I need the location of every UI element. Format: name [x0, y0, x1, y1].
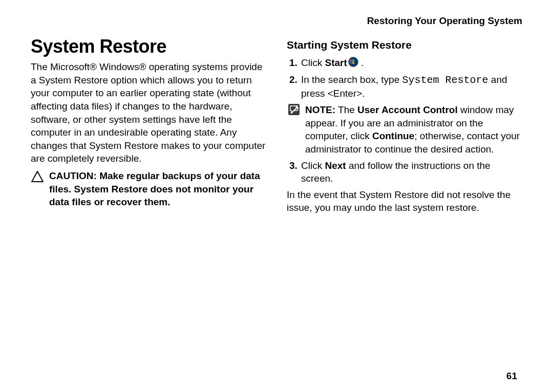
note-block: NOTE: The User Account Control window ma…	[288, 103, 522, 156]
note-d: Continue	[372, 130, 414, 141]
page-number: 61	[506, 371, 517, 382]
section-subtitle: Starting System Restore	[287, 39, 522, 51]
caution-label: CAUTION:	[49, 170, 97, 181]
step2-text-a: In the search box, type	[301, 74, 402, 85]
step-2: In the search box, type System Restore a…	[300, 73, 522, 156]
note-icon	[288, 103, 300, 156]
windows-start-icon	[348, 57, 358, 71]
steps-list: Click Start . In the search box, type Sy…	[287, 56, 522, 185]
left-column: System Restore The Microsoft® Windows® o…	[31, 36, 266, 219]
caution-icon	[31, 170, 44, 209]
note-label: NOTE:	[305, 104, 335, 115]
closing-paragraph: In the event that System Restore did not…	[287, 188, 522, 214]
svg-marker-0	[32, 171, 43, 182]
note-b: User Account Control	[357, 104, 458, 115]
step2-code: System Restore	[402, 74, 488, 86]
running-header: Restoring Your Operating System	[31, 15, 522, 27]
step1-text-c: .	[358, 57, 364, 68]
step-3: Click Next and follow the instructions o…	[300, 159, 522, 185]
caution-text: CAUTION: Make regular backups of your da…	[49, 169, 266, 209]
page-title: System Restore	[31, 36, 266, 57]
note-text: NOTE: The User Account Control window ma…	[305, 103, 522, 156]
step3-b: Next	[325, 160, 346, 171]
right-column: Starting System Restore Click Start .	[287, 36, 522, 219]
step1-text-a: Click	[301, 57, 325, 68]
intro-paragraph: The Microsoft® Windows® operating system…	[31, 60, 266, 165]
caution-block: CAUTION: Make regular backups of your da…	[31, 169, 266, 209]
step3-a: Click	[301, 160, 325, 171]
note-a: The	[338, 104, 357, 115]
step-1: Click Start .	[300, 56, 522, 70]
step1-bold: Start	[325, 57, 347, 68]
